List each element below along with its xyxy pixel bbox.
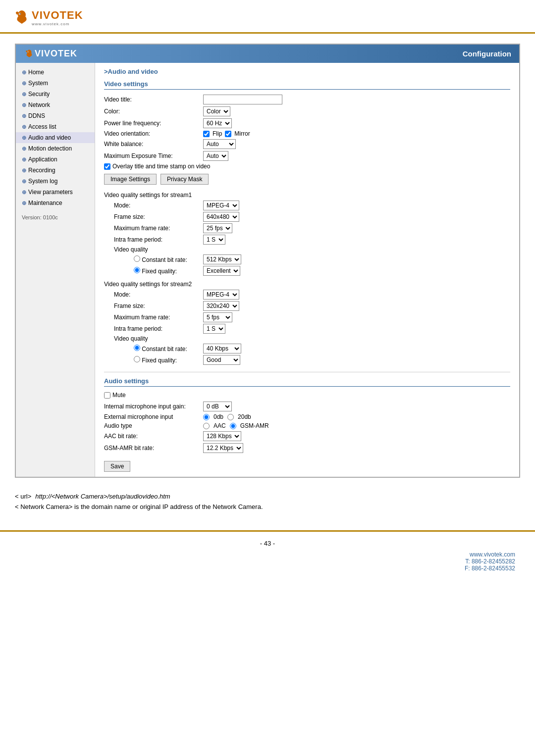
mute-checkbox[interactable] <box>104 392 110 399</box>
overlay-checkbox[interactable] <box>104 163 110 170</box>
sidebar-item-security[interactable]: ⊕ Security <box>16 89 95 100</box>
sidebar-label-system: System <box>28 80 48 87</box>
stream1-vq-row: Video quality <box>104 246 510 253</box>
stream1-intra-label: Intra frame period: <box>104 236 203 243</box>
stream2-fq-label: Fixed quality: <box>142 357 177 364</box>
config-logo-text: VIVOTEK <box>35 49 77 59</box>
sidebar-item-viewparams[interactable]: ⊕ View parameters <box>16 187 95 198</box>
sidebar-label-maintenance: Maintenance <box>28 200 62 206</box>
stream2-mode-select[interactable]: MPEG-4 MJPEG <box>203 290 239 300</box>
plus-icon-security: ⊕ <box>22 91 26 98</box>
orientation-label: Video orientation: <box>104 130 203 137</box>
aac-bitrate-select[interactable]: 128 Kbps 64 Kbps 256 Kbps <box>203 431 241 441</box>
sidebar-item-ddns[interactable]: ⊕ DDNS <box>16 110 95 121</box>
stream2-cbr-select[interactable]: 40 Kbps 256 Kbps 512 Kbps <box>203 344 241 353</box>
internal-mic-select[interactable]: 0 dB 6 dB 12 dB 20 dB <box>203 402 232 411</box>
sidebar-item-network[interactable]: ⊕ Network <box>16 100 95 110</box>
wb-select[interactable]: Auto Manual <box>203 139 236 149</box>
stream1-intra-select[interactable]: 1 S 2 S 3 S <box>203 235 225 245</box>
stream1-framesize-select[interactable]: 640x480 320x240 160x120 <box>203 212 239 222</box>
flip-label: Flip <box>213 130 222 137</box>
stream2-mode-label: Mode: <box>104 291 203 298</box>
stream1-cbr-radio[interactable] <box>134 255 140 262</box>
sidebar-item-home[interactable]: ⊕ Home <box>16 67 95 78</box>
sidebar-item-recording[interactable]: ⊕ Recording <box>16 165 95 176</box>
exposure-select[interactable]: Auto 1/30 1/60 <box>203 151 228 161</box>
stream1-mode-row: Mode: MPEG-4 MJPEG <box>104 201 510 210</box>
overlay-label: Overlay title and time stamp on video <box>112 163 210 170</box>
orientation-value: Flip Mirror <box>203 130 250 137</box>
external-mic-row: External microphone input 0db 20db <box>104 413 510 420</box>
stream1-intra-row: Intra frame period: 1 S 2 S 3 S <box>104 235 510 245</box>
aac-bitrate-label: AAC bit rate: <box>104 433 203 440</box>
sidebar-label-ddns: DDNS <box>28 112 45 119</box>
stream1-fq-select[interactable]: Excellent Good Medium <box>203 266 240 276</box>
stream1-maxfps-select[interactable]: 25 fps 15 fps 5 fps <box>203 223 232 233</box>
header-logo-text: VIVOTEK www.vivotek.com <box>32 9 83 26</box>
overlay-row: Overlay title and time stamp on video <box>104 163 510 170</box>
plus-icon-ddns: ⊕ <box>22 113 26 119</box>
config-logo: VIVOTEK <box>24 49 77 59</box>
sidebar-item-syslog[interactable]: ⊕ System log <box>16 176 95 187</box>
wb-value: Auto Manual <box>203 139 249 149</box>
stream1-mode-select[interactable]: MPEG-4 MJPEG <box>203 201 239 210</box>
privacy-mask-button[interactable]: Privacy Mask <box>160 174 209 185</box>
config-panel: VIVOTEK Configuration ⊕ Home ⊕ System ⊕ … <box>15 44 520 478</box>
sidebar-label-recording: Recording <box>28 167 55 174</box>
stream2-intra-select[interactable]: 1 S 2 S 3 S <box>203 324 225 334</box>
footer-fax: F: 886-2-82455532 <box>0 565 515 572</box>
video-title-input[interactable] <box>203 95 282 104</box>
stream2-vq-row: Video quality <box>104 335 510 342</box>
sidebar-item-maintenance[interactable]: ⊕ Maintenance <box>16 198 95 208</box>
gsm-bitrate-label: GSM-AMR bit rate: <box>104 445 203 452</box>
config-title: Configuration <box>463 50 511 58</box>
color-label: Color: <box>104 108 203 115</box>
powerline-label: Power line frequency: <box>104 120 203 127</box>
mirror-checkbox[interactable] <box>225 131 231 137</box>
extmic-0db-radio[interactable] <box>203 414 210 420</box>
audio-type-options: AAC GSM-AMR <box>203 422 269 429</box>
url-note: < Network Camera> is the domain name or … <box>15 503 520 510</box>
sidebar-item-audio-video[interactable]: ⊕ Audio and video <box>16 132 95 143</box>
top-header: VIVOTEK www.vivotek.com <box>0 0 535 34</box>
stream2-fq-select[interactable]: Good Excellent Medium <box>203 355 240 365</box>
color-select[interactable]: Color B/W <box>203 106 230 116</box>
sidebar-item-system[interactable]: ⊕ System <box>16 78 95 89</box>
stream2-fq-radio[interactable] <box>134 356 140 362</box>
save-button[interactable]: Save <box>104 461 130 472</box>
config-body: ⊕ Home ⊕ System ⊕ Security ⊕ Network ⊕ <box>16 63 519 477</box>
plus-icon-recording: ⊕ <box>22 167 26 174</box>
stream1-cbr-select[interactable]: 512 Kbps 256 Kbps 1 Mbps <box>203 254 241 264</box>
sidebar-item-application[interactable]: ⊕ Application <box>16 154 95 165</box>
sidebar-item-access-list[interactable]: ⊕ Access list <box>16 121 95 132</box>
aac-label: AAC <box>214 422 226 429</box>
svg-point-5 <box>28 51 28 51</box>
stream2-cbr-radio[interactable] <box>134 345 140 351</box>
stream2-mode-row: Mode: MPEG-4 MJPEG <box>104 290 510 300</box>
stream2-framesize-select[interactable]: 320x240 640x480 160x120 <box>203 301 239 311</box>
mute-label: Mute <box>112 392 126 399</box>
stream2-fq-row: Fixed quality: Good Excellent Medium <box>104 355 510 365</box>
stream1-maxfps-label: Maximum frame rate: <box>104 225 203 232</box>
exposure-value: Auto 1/30 1/60 <box>203 151 228 161</box>
flip-checkbox[interactable] <box>203 131 210 137</box>
aac-radio[interactable] <box>203 423 210 429</box>
stream1-fq-spacer: Fixed quality: <box>104 267 203 275</box>
exposure-label: Maximum Exposure Time: <box>104 152 203 159</box>
image-btns-row: Image Settings Privacy Mask <box>104 174 510 185</box>
extmic-20db-label: 20db <box>238 413 251 420</box>
stream1-fq-radio[interactable] <box>134 267 140 273</box>
extmic-20db-radio[interactable] <box>227 414 234 420</box>
gsm-bitrate-select[interactable]: 12.2 Kbps 10.2 Kbps 7.95 Kbps <box>203 443 243 453</box>
gsm-radio[interactable] <box>230 423 236 429</box>
powerline-select[interactable]: 60 Hz 50 Hz <box>203 118 232 128</box>
stream1-cbr-row: Constant bit rate: 512 Kbps 256 Kbps 1 M… <box>104 254 510 264</box>
page-wrapper: VIVOTEK Configuration ⊕ Home ⊕ System ⊕ … <box>0 34 535 530</box>
image-settings-button[interactable]: Image Settings <box>104 174 157 185</box>
stream2-maxfps-select[interactable]: 5 fps 15 fps 25 fps <box>203 312 232 322</box>
plus-icon-network: ⊕ <box>22 102 26 108</box>
sidebar-item-motion[interactable]: ⊕ Motion detection <box>16 143 95 154</box>
svg-point-2 <box>20 13 21 14</box>
stream2-intra-row: Intra frame period: 1 S 2 S 3 S <box>104 324 510 334</box>
stream2-framesize-row: Frame size: 320x240 640x480 160x120 <box>104 301 510 311</box>
